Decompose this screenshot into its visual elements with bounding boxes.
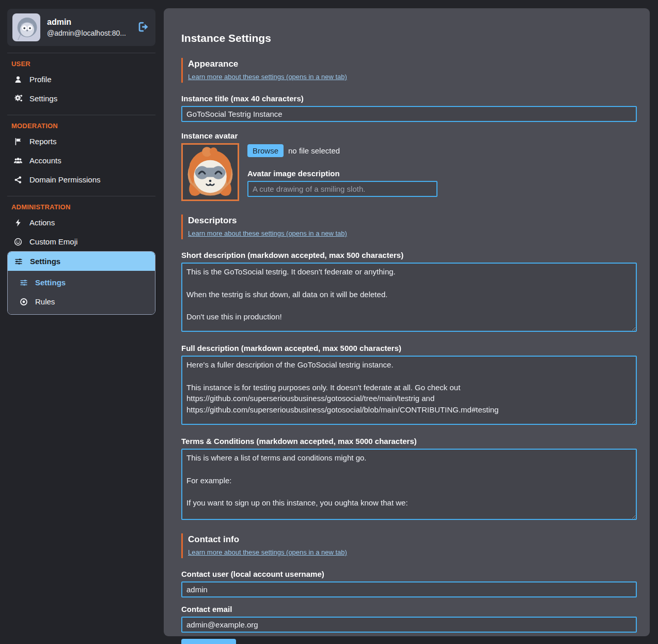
gears-icon xyxy=(13,94,23,103)
sloth-avatar-orange-icon xyxy=(183,145,238,200)
contact-email-input[interactable] xyxy=(181,617,637,633)
sidebar-item-label: Reports xyxy=(29,137,57,146)
circle-dot-icon xyxy=(19,298,28,306)
user-handle: @admin@localhost:80... xyxy=(47,29,126,37)
browse-button[interactable]: Browse xyxy=(247,144,284,157)
instance-title-label: Instance title (max 40 characters) xyxy=(181,94,637,103)
sidebar-item-label: Domain Permissions xyxy=(29,175,101,184)
user-avatar xyxy=(12,13,40,41)
short-description-textarea[interactable]: This is the GoToSocial testrig. It doesn… xyxy=(181,263,637,332)
instance-settings-panel: Instance Settings Appearance Learn more … xyxy=(164,8,650,636)
subnav-item-label: Settings xyxy=(35,278,66,287)
instance-title-field-group: Instance title (max 40 characters) xyxy=(181,94,637,122)
sidebar-item-reports[interactable]: Reports xyxy=(7,132,155,151)
instance-avatar-preview xyxy=(181,143,239,201)
contact-user-input[interactable] xyxy=(181,581,637,597)
full-description-label: Full description (markdown accepted, max… xyxy=(181,344,637,352)
section-contact-info: Contact info Learn more about these sett… xyxy=(181,533,637,558)
sign-out-icon xyxy=(138,21,149,34)
section-heading: Descriptors xyxy=(188,216,637,226)
section-heading: Contact info xyxy=(188,534,637,545)
subnav-item-rules[interactable]: Rules xyxy=(8,292,155,311)
sidebar: admin @admin@localhost:80... USER Profil… xyxy=(7,9,155,315)
sidebar-item-label: Settings xyxy=(30,257,60,266)
sidebar-item-label: Settings xyxy=(29,94,57,103)
file-status-text: no file selected xyxy=(288,146,340,155)
sidebar-item-profile[interactable]: Profile xyxy=(7,70,155,89)
sidebar-item-admin-settings[interactable]: Settings xyxy=(8,252,155,271)
nav-category-moderation: MODERATION xyxy=(7,115,155,132)
short-description-label: Short description (markdown accepted, ma… xyxy=(181,251,637,259)
full-description-group: Full description (markdown accepted, max… xyxy=(181,344,637,425)
save-button[interactable]: Save xyxy=(181,639,236,644)
terms-textarea[interactable]: This is where a list of terms and condit… xyxy=(181,449,637,520)
full-description-textarea[interactable]: Here's a fuller description of the GoToS… xyxy=(181,356,637,425)
sliders-icon xyxy=(19,279,28,287)
flag-icon xyxy=(13,137,23,146)
sidebar-item-custom-emoji[interactable]: Custom Emoji xyxy=(7,232,155,251)
learn-more-link[interactable]: Learn more about these settings (opens i… xyxy=(188,548,347,556)
users-icon xyxy=(13,157,23,165)
section-heading: Appearance xyxy=(188,59,637,69)
settings-subnav: Settings Settings xyxy=(7,251,155,315)
sloth-avatar-gray-icon xyxy=(12,13,40,41)
terms-label: Terms & Conditions (markdown accepted, m… xyxy=(181,437,637,446)
learn-more-link[interactable]: Learn more about these settings (opens i… xyxy=(188,73,347,81)
sidebar-item-label: Actions xyxy=(29,218,55,227)
instance-avatar-group: Instance avatar xyxy=(181,131,637,201)
logout-button[interactable] xyxy=(138,21,149,34)
sidebar-item-actions[interactable]: Actions xyxy=(7,213,155,232)
user-icon xyxy=(13,75,23,84)
user-card[interactable]: admin @admin@localhost:80... xyxy=(7,9,155,46)
contact-email-label: Contact email xyxy=(181,605,637,614)
contact-user-label: Contact user (local account username) xyxy=(181,570,637,578)
sidebar-item-accounts[interactable]: Accounts xyxy=(7,151,155,170)
instance-avatar-label: Instance avatar xyxy=(181,131,637,140)
short-description-group: Short description (markdown accepted, ma… xyxy=(181,251,637,332)
terms-group: Terms & Conditions (markdown accepted, m… xyxy=(181,437,637,520)
smiley-icon xyxy=(13,238,23,246)
subnav-item-settings[interactable]: Settings xyxy=(8,273,155,292)
learn-more-link[interactable]: Learn more about these settings (opens i… xyxy=(188,229,347,237)
section-descriptors: Descriptors Learn more about these setti… xyxy=(181,214,637,239)
sliders-icon xyxy=(14,257,23,266)
sidebar-item-label: Profile xyxy=(29,75,52,84)
nav-category-administration: ADMINISTRATION xyxy=(7,196,155,213)
user-name: admin xyxy=(47,18,126,27)
subnav-item-label: Rules xyxy=(35,297,55,306)
sidebar-item-label: Custom Emoji xyxy=(29,237,77,246)
avatar-description-input[interactable] xyxy=(247,181,437,197)
contact-user-group: Contact user (local account username) xyxy=(181,570,637,597)
sidebar-item-label: Accounts xyxy=(29,156,61,165)
instance-title-input[interactable] xyxy=(181,106,637,122)
contact-email-group: Contact email xyxy=(181,605,637,633)
sidebar-item-domain-permissions[interactable]: Domain Permissions xyxy=(7,170,155,189)
nav-category-user: USER xyxy=(7,53,155,70)
section-appearance: Appearance Learn more about these settin… xyxy=(181,58,637,83)
bolt-icon xyxy=(13,219,23,227)
avatar-description-label: Avatar image description xyxy=(247,169,437,178)
sidebar-item-user-settings[interactable]: Settings xyxy=(7,89,155,108)
page-title: Instance Settings xyxy=(181,8,637,44)
share-nodes-icon xyxy=(13,176,23,184)
